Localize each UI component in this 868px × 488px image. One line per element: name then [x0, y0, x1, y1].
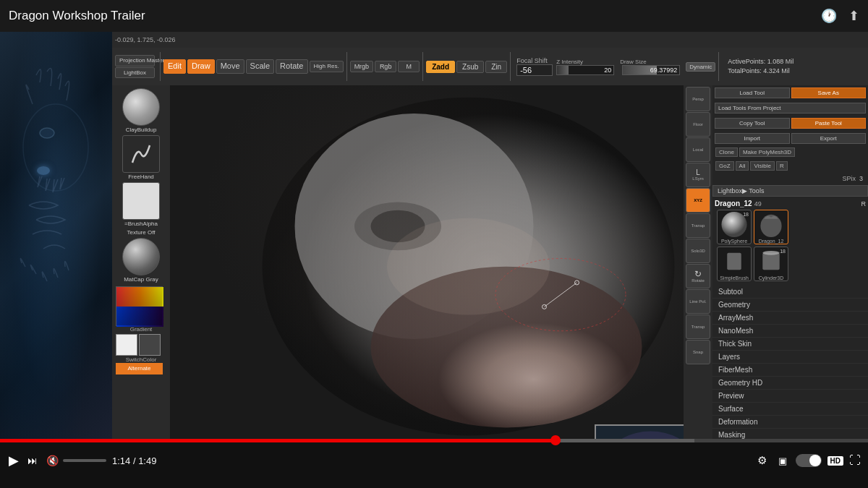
mesh-dragon[interactable]: Dragon_12	[754, 210, 788, 244]
lightbox-btn[interactable]: LightBox	[115, 67, 155, 79]
zsub2-btn[interactable]: Zin	[485, 61, 507, 73]
mute-btn[interactable]: 🔇	[45, 455, 60, 466]
load-tool-btn[interactable]: Load Tool	[715, 87, 790, 98]
high-res-btn[interactable]: High Res.	[310, 61, 344, 72]
brush-claybuildup[interactable]: ClayBuildup	[116, 88, 166, 133]
move-btn[interactable]: Move	[216, 59, 244, 73]
play-btn[interactable]: ▶	[7, 453, 20, 468]
focal-shift-label: Focal Shift	[516, 57, 548, 64]
clone-btn[interactable]: Clone	[715, 147, 738, 157]
dynamic-btn[interactable]: Dynamic	[686, 62, 715, 72]
menu-preview[interactable]: Preview	[712, 390, 868, 403]
save-as-btn[interactable]: Save As	[791, 87, 867, 98]
linepol-btn[interactable]: Line Pol.	[686, 289, 710, 314]
xyz-label: XYZ	[694, 198, 702, 203]
total-points-display: TotalPoints: 4.324 Mil	[728, 67, 793, 76]
matcap-area[interactable]: MatCap Gray	[116, 238, 166, 283]
export-btn[interactable]: Export	[791, 133, 867, 144]
gradient-swatch[interactable]	[116, 286, 163, 326]
focal-shift-value[interactable]: -56	[516, 64, 553, 76]
playback-bar: ▶ ⏭ 🔇 1:14 / 1:49 ⚙ ▣ HD ⛶	[0, 439, 868, 488]
floor-btn[interactable]: Floor	[686, 112, 710, 137]
projection-master-btn[interactable]: Projection Master	[115, 55, 155, 67]
dragon-thumbnail	[0, 32, 112, 440]
spix-value: 3	[859, 175, 863, 182]
make-poly-btn[interactable]: Make PolyMesh3D	[739, 147, 795, 157]
edit-btn[interactable]: Edit	[163, 59, 186, 73]
xyz-btn[interactable]: XYZ	[686, 188, 710, 213]
snap-btn[interactable]: Snap	[686, 340, 710, 364]
persp-btn[interactable]: Persp	[686, 87, 710, 111]
dragon-label: Dragon_12	[759, 239, 784, 244]
transp2-btn[interactable]: Transp	[686, 314, 710, 339]
load-tools-project-btn[interactable]: Load Tools From Project	[715, 103, 866, 114]
lsym-btn[interactable]: L LSym	[686, 163, 710, 187]
all-btn[interactable]: All	[736, 161, 749, 171]
tool-num: 49	[754, 200, 762, 207]
lightbox-tools-label: Lightbox▶ Tools	[718, 187, 764, 194]
svg-point-0	[23, 104, 88, 191]
menu-geometry[interactable]: Geometry	[712, 299, 868, 312]
toggle-switch[interactable]	[796, 454, 822, 467]
hd-badge[interactable]: HD	[827, 456, 843, 466]
menu-geometry-hd[interactable]: Geometry HD	[712, 377, 868, 390]
mesh-simplebrush[interactable]: SimpleBrush	[717, 247, 752, 281]
share-icon[interactable]: ⬆	[848, 8, 859, 24]
active-points-label: ActivePoints:	[728, 58, 765, 65]
alternate-btn[interactable]: Alternate	[116, 363, 163, 374]
copy-tool-btn[interactable]: Copy Tool	[715, 118, 790, 129]
fullscreen-btn[interactable]: ⛶	[849, 454, 861, 467]
brush-freehand[interactable]: FreeHand	[116, 135, 166, 180]
goz-btn[interactable]: GoZ	[715, 161, 734, 171]
local-btn[interactable]: Local	[686, 137, 710, 162]
volume-slider[interactable]	[63, 459, 106, 462]
foreground-color[interactable]	[116, 334, 137, 356]
title-icons: 🕐 ⬆	[821, 8, 859, 24]
mesh-polysphere[interactable]: PolySphere 18	[717, 210, 752, 244]
r-btn[interactable]: R	[776, 161, 788, 171]
svg-rect-3	[116, 307, 163, 327]
lightbox-tools-header[interactable]: Lightbox▶ Tools	[712, 185, 868, 197]
mrgb-btn[interactable]: Mrgb	[350, 61, 374, 73]
background-color[interactable]	[139, 334, 161, 356]
brush-alpha[interactable]: =BrushAlpha	[116, 182, 166, 227]
menu-thick-skin[interactable]: Thick Skin	[712, 338, 868, 351]
menu-arraymesh[interactable]: ArrayMesh	[712, 312, 868, 325]
load-save-row: Load Tool Save As	[712, 85, 868, 100]
visible-btn[interactable]: Visible	[750, 161, 774, 171]
draw-btn[interactable]: Draw	[187, 59, 215, 73]
mesh-row-1: PolySphere 18 Dragon_12	[715, 210, 866, 244]
mesh-cylinder[interactable]: Cylinder3D 18	[754, 247, 788, 281]
next-btn[interactable]: ⏭	[26, 455, 39, 466]
progress-thumb[interactable]	[550, 435, 561, 445]
separator2	[346, 52, 347, 81]
m-btn[interactable]: M	[398, 61, 420, 73]
transp-btn[interactable]: Transp	[686, 213, 710, 238]
menu-nanomesh[interactable]: NanoMesh	[712, 325, 868, 338]
paste-tool-btn[interactable]: Paste Tool	[791, 118, 867, 129]
menu-deformation[interactable]: Deformation	[712, 416, 868, 429]
draw-size-slider[interactable]: 69.37992	[622, 65, 680, 75]
switch-color-label: SwitchColor	[116, 356, 166, 363]
settings-btn[interactable]: ⚙	[754, 453, 770, 468]
menu-surface[interactable]: Surface	[712, 403, 868, 416]
zadd-btn[interactable]: Zadd	[426, 61, 455, 73]
menu-layers[interactable]: Layers	[712, 351, 868, 364]
rotate-btn[interactable]: Rotate	[276, 59, 307, 73]
clock-icon[interactable]: 🕐	[821, 8, 837, 24]
zsub-btn[interactable]: Zsub	[456, 61, 484, 73]
texture-off-area: Texture Off	[116, 229, 166, 236]
solo3d-btn[interactable]: Solo3D	[686, 239, 710, 263]
progress-bar[interactable]	[0, 439, 868, 442]
menu-fibermesh[interactable]: FiberMesh	[712, 364, 868, 377]
canvas-area[interactable]: 1:22	[170, 85, 712, 488]
focal-shift-area: Focal Shift -56	[516, 57, 553, 76]
import-btn[interactable]: Import	[715, 133, 790, 144]
rgb-btn[interactable]: Rgb	[375, 61, 396, 73]
svg-rect-4	[116, 287, 163, 327]
menu-subtool[interactable]: Subtool	[712, 286, 868, 299]
captions-btn[interactable]: ▣	[775, 454, 790, 468]
scale-btn[interactable]: Scale	[246, 59, 275, 73]
z-intensity-slider[interactable]: 20	[556, 65, 614, 75]
rotate-tool-btn[interactable]: ↻ Rotate	[686, 264, 710, 288]
